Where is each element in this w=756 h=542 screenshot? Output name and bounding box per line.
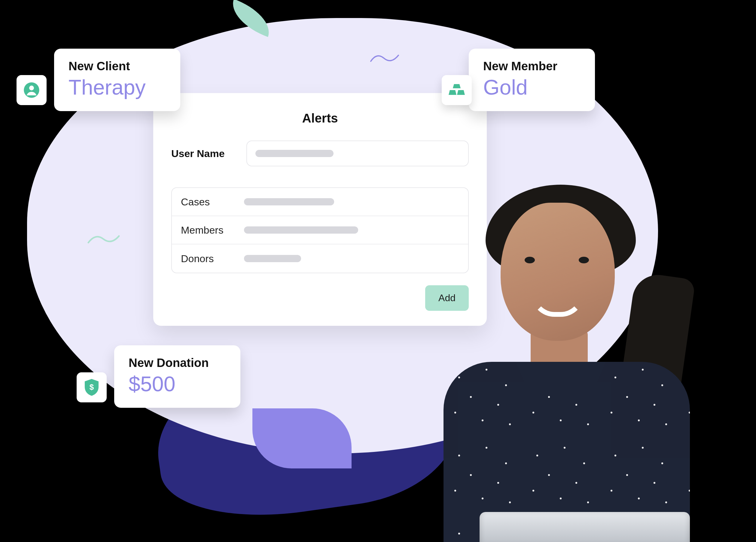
new-donation-value: $500 [129,373,226,396]
new-client-title: New Client [69,59,166,73]
skeleton-placeholder [255,150,334,157]
new-member-value: Gold [483,76,581,99]
svg-marker-3 [449,90,456,95]
svg-marker-2 [453,84,461,88]
username-input[interactable] [246,141,469,166]
svg-text:$: $ [90,382,94,391]
list-label: Donors [181,253,244,265]
new-member-card[interactable]: New Member Gold [469,49,595,111]
skeleton-placeholder [244,227,358,234]
donation-shield-icon: $ [77,372,107,402]
new-donation-card[interactable]: New Donation $500 [114,345,240,408]
new-client-value: Therapy [69,76,166,99]
laptop [480,512,690,542]
username-row: User Name [171,141,469,166]
list-label: Members [181,224,244,236]
svg-point-1 [29,86,34,90]
new-member-title: New Member [483,59,581,73]
username-label: User Name [171,148,246,160]
person-circle-icon [17,75,47,105]
person-photo [404,167,720,542]
decorative-squiggle-icon [370,51,400,66]
skeleton-placeholder [244,198,334,206]
panel-title: Alerts [171,111,469,126]
new-donation-title: New Donation [129,356,226,370]
new-client-card[interactable]: New Client Therapy [54,49,180,111]
decorative-squiggle-icon [87,231,120,248]
list-label: Cases [181,196,244,208]
decorative-petal-purple [252,408,352,468]
skeleton-placeholder [244,255,301,262]
gold-bars-icon [442,75,472,105]
svg-marker-4 [457,90,465,95]
